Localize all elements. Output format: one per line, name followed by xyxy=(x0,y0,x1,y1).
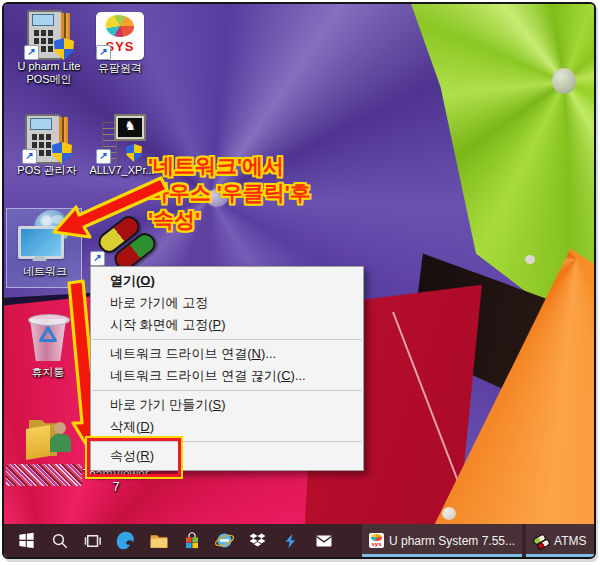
monitor-icon xyxy=(18,226,64,259)
sys-app-icon: SYS ↗ xyxy=(96,12,144,60)
menu-item-pin-to-quick-access[interactable]: 바로 가기에 고정 xyxy=(91,292,363,314)
edge-browser-button[interactable] xyxy=(109,524,142,557)
folder-icon xyxy=(149,531,169,551)
ie-icon xyxy=(214,530,235,551)
flash-app-button[interactable] xyxy=(274,524,307,557)
properties-highlight-box xyxy=(87,438,181,477)
umbrella-knob xyxy=(552,68,576,94)
task-view-icon xyxy=(84,532,102,550)
pos-terminal-icon: ↗ xyxy=(22,114,72,164)
menu-item-delete[interactable]: 삭제(D) xyxy=(91,416,363,438)
mail-button[interactable] xyxy=(307,524,340,557)
person-icon xyxy=(54,422,66,434)
desktop-icon-pos-manager[interactable]: ↗ POS 관리자 xyxy=(8,114,86,177)
icon-label: U pharm Lite POS메인 xyxy=(10,60,88,86)
desktop-icon-pills[interactable]: ↗ xyxy=(90,216,156,270)
menu-item-map-network-drive[interactable]: 네트워크 드라이브 연결(N)... xyxy=(91,343,363,365)
desktop-icon-yupharm-remote[interactable]: SYS ↗ 유팜원격 xyxy=(88,12,152,75)
upharm-app-icon: sys xyxy=(369,533,384,548)
icon-label: 7 xyxy=(76,481,156,494)
dropbox-icon xyxy=(248,531,267,550)
task-view-button[interactable] xyxy=(76,524,109,557)
internet-explorer-button[interactable] xyxy=(208,524,241,557)
window-title: ATMS xyxy=(554,534,586,548)
pinwheel-icon xyxy=(106,15,134,37)
shortcut-arrow-icon: ↗ xyxy=(96,45,111,60)
menu-item-open[interactable]: 열기(O) xyxy=(91,270,363,292)
menu-separator xyxy=(92,390,362,391)
desktop-icon-recycle-bin[interactable]: 휴지통 xyxy=(18,310,78,379)
network-icon xyxy=(16,210,74,262)
dropbox-button[interactable] xyxy=(241,524,274,557)
microsoft-store-button[interactable] xyxy=(175,524,208,557)
lightning-icon xyxy=(283,533,299,549)
user-folder-icon xyxy=(26,416,72,462)
icon-label: POS 관리자 xyxy=(8,164,86,177)
shortcut-arrow-icon: ↗ xyxy=(90,251,105,266)
pills-icon: ↗ xyxy=(90,216,156,270)
umbrella-knob xyxy=(442,507,456,520)
taskbar-window-upharm[interactable]: sys U pharm System 7.55... xyxy=(362,524,522,557)
censored-icon-label xyxy=(6,464,82,486)
menu-item-create-shortcut[interactable]: 바로 가기 만들기(S) xyxy=(91,394,363,416)
monitor-glyph: ♞ xyxy=(118,118,142,137)
shortcut-arrow-icon: ↗ xyxy=(24,45,39,60)
file-explorer-button[interactable] xyxy=(142,524,175,557)
uac-shield-icon xyxy=(126,144,142,162)
taskbar-window-atms[interactable]: ATMS xyxy=(526,524,593,557)
menu-separator xyxy=(92,339,362,340)
screenshot-frame: ↗ U pharm Lite POS메인 SYS ↗ 유팜원격 ↗ POS 관리… xyxy=(2,2,596,559)
atms-pills-icon xyxy=(533,534,549,548)
annotation-text: '네트워크'에서 마우스 '우클릭'후 '속성' xyxy=(148,152,311,233)
icon-label: 휴지통 xyxy=(18,366,78,379)
icon-label: 네트워크 xyxy=(14,265,76,278)
shortcut-arrow-icon: ↗ xyxy=(22,149,37,164)
icon-label: 유팜원격 xyxy=(88,62,152,75)
recycle-symbol-icon xyxy=(37,324,59,346)
menu-item-pin-to-start[interactable]: 시작 화면에 고정(P) xyxy=(91,314,363,336)
menu-item-disconnect-network-drive[interactable]: 네트워크 드라이브 연결 끊기(C)... xyxy=(91,365,363,387)
recycle-bin-icon xyxy=(25,310,71,366)
desktop-icon-upharm-lite-pos[interactable]: ↗ U pharm Lite POS메인 xyxy=(10,10,88,86)
store-icon xyxy=(183,532,201,550)
window-title: U pharm System 7.55... xyxy=(389,534,515,548)
edge-icon xyxy=(115,530,136,551)
taskbar: sys U pharm System 7.55... ATMS xyxy=(4,524,594,557)
desktop-icon-network[interactable]: 네트워크 xyxy=(14,210,76,278)
desktop: ↗ U pharm Lite POS메인 SYS ↗ 유팜원격 ↗ POS 관리… xyxy=(4,4,594,524)
umbrella-knob xyxy=(525,255,535,264)
search-icon xyxy=(51,532,69,550)
desktop-icon-folder[interactable] xyxy=(24,416,74,462)
shortcut-arrow-icon: ↗ xyxy=(96,149,111,164)
pos-terminal-icon: ↗ xyxy=(24,10,74,60)
start-button[interactable] xyxy=(10,524,43,557)
windows-logo-icon xyxy=(17,531,36,550)
search-button[interactable] xyxy=(43,524,76,557)
mail-icon xyxy=(314,531,334,551)
computer-icon: ♞ ↗ xyxy=(96,114,148,164)
